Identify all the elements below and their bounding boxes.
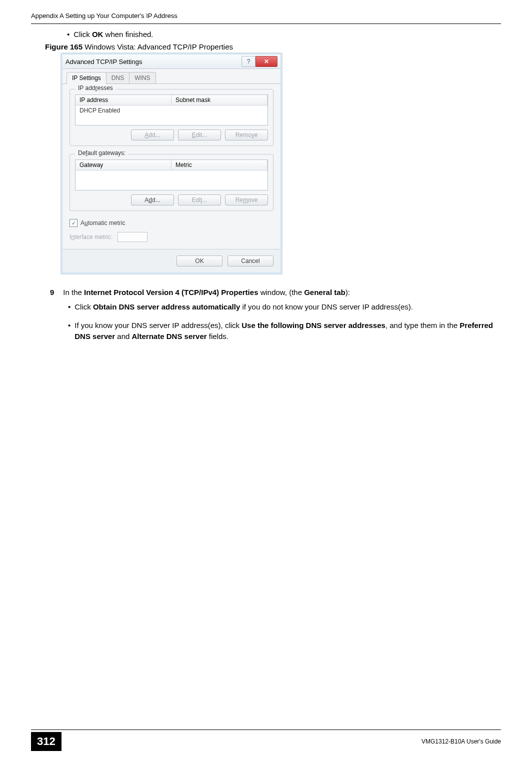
ok-bold: OK: [92, 30, 104, 38]
add-button[interactable]: Add...: [131, 130, 174, 140]
bullet-text: Click Obtain DNS server address automati…: [74, 302, 413, 313]
automatic-metric-label: Automatic metric: [80, 220, 125, 226]
group-legend: Default gateways:: [75, 150, 128, 156]
list-header: IP address Subnet mask: [76, 95, 268, 106]
col-ip-address: IP address: [76, 95, 172, 105]
footer-row: 312 VMG1312-B10A User's Guide: [31, 732, 501, 751]
interface-metric-row: Interface metric:: [70, 232, 274, 242]
sub-bullets: • Click Obtain DNS server address automa…: [68, 302, 501, 342]
ip-buttons: Add... Edit... Remove: [75, 130, 268, 140]
advanced-tcpip-dialog: Advanced TCP/IP Settings ? ✕ IP Settings…: [61, 53, 282, 274]
text-fragment: In the: [63, 288, 84, 296]
ip-addresses-group: IP addresses IP address Subnet mask DHCP…: [70, 89, 274, 146]
bullet-dot-icon: •: [67, 30, 74, 38]
footer-rule: [31, 730, 501, 730]
gateways-list[interactable]: Gateway Metric: [75, 160, 268, 190]
tab-strip: IP Settings DNS WINS: [62, 69, 280, 84]
text-fragment: window, (the: [258, 288, 304, 296]
edit-button[interactable]: Edit...: [178, 130, 221, 140]
tab-ip-settings[interactable]: IP Settings: [66, 72, 106, 84]
col-metric: Metric: [172, 160, 268, 170]
remove-button[interactable]: Remove: [225, 194, 268, 206]
appendix-title: Appendix A Setting up Your Computer's IP…: [31, 12, 178, 20]
page-header: Appendix A Setting up Your Computer's IP…: [0, 0, 532, 22]
text-fragment: if you do not know your DNS server IP ad…: [240, 302, 413, 311]
list-item: • If you know your DNS server IP address…: [68, 320, 501, 342]
guide-name: VMG1312-B10A User's Guide: [422, 738, 501, 745]
interface-metric-label: Interface metric:: [70, 234, 112, 240]
automatic-metric-row: ✓ Automatic metric: [70, 219, 274, 227]
bullet-dot-icon: •: [68, 320, 74, 342]
dialog-footer: OK Cancel: [62, 249, 280, 272]
header-rule: [31, 24, 501, 24]
cancel-button[interactable]: Cancel: [228, 256, 274, 266]
content-area: • Click OK when finished. Figure 165 Win…: [0, 26, 532, 342]
col-subnet-mask: Subnet mask: [172, 95, 268, 105]
text-fragment: , and type them in the: [386, 321, 460, 330]
tab-dns[interactable]: DNS: [106, 72, 130, 84]
bold-text: Obtain DNS server address automatically: [93, 302, 240, 311]
help-button[interactable]: ?: [242, 56, 256, 67]
gateway-buttons: Add... Edit... Remove: [75, 194, 268, 206]
window-controls: ? ✕: [242, 56, 278, 67]
group-legend: IP addresses: [75, 84, 116, 92]
figure-number: Figure 165: [45, 42, 82, 51]
bullet-dot-icon: •: [68, 302, 74, 313]
add-button[interactable]: Add...: [131, 194, 174, 206]
page-footer: 312 VMG1312-B10A User's Guide: [0, 726, 532, 752]
text-fragment: Click: [74, 30, 92, 38]
tab-body: IP addresses IP address Subnet mask DHCP…: [62, 84, 280, 249]
close-button[interactable]: ✕: [256, 56, 278, 67]
step-text: In the Internet Protocol Version 4 (TCP/…: [63, 288, 350, 296]
figure-caption: Figure 165 Windows Vista: Advanced TCP/I…: [45, 42, 501, 51]
text-fragment: ):: [346, 288, 350, 296]
list-header: Gateway Metric: [76, 160, 268, 170]
list-item: DHCP Enabled: [76, 106, 268, 116]
ip-addresses-list[interactable]: IP address Subnet mask DHCP Enabled: [75, 94, 268, 126]
interface-metric-input[interactable]: [118, 232, 148, 242]
bold-text: Internet Protocol Version 4 (TCP/IPv4) P…: [84, 288, 258, 296]
text-fragment: Click: [74, 302, 93, 311]
default-gateways-group: Default gateways: Gateway Metric Add... …: [70, 154, 274, 211]
text-fragment: If you know your DNS server IP address(e…: [74, 321, 242, 330]
bullet-text: If you know your DNS server IP address(e…: [74, 320, 501, 342]
text-fragment: fields.: [207, 332, 228, 340]
edit-button[interactable]: Edit...: [178, 194, 221, 206]
automatic-metric-checkbox[interactable]: ✓: [70, 219, 78, 227]
step-9: 9 In the Internet Protocol Version 4 (TC…: [50, 288, 501, 296]
step-number: 9: [50, 288, 54, 296]
text-fragment: and: [115, 332, 132, 340]
page-number: 312: [31, 732, 62, 751]
bullet-click-ok: • Click OK when finished.: [67, 30, 501, 38]
dialog-title: Advanced TCP/IP Settings: [66, 58, 142, 66]
figure-title: Windows Vista: Advanced TCP/IP Propertie…: [82, 42, 233, 51]
dialog-titlebar: Advanced TCP/IP Settings ? ✕: [62, 54, 280, 69]
text-fragment: when finished.: [103, 30, 153, 38]
remove-button[interactable]: Remove: [225, 130, 268, 140]
bold-text: Alternate DNS server: [132, 332, 207, 340]
list-item: • Click Obtain DNS server address automa…: [68, 302, 501, 313]
ok-button[interactable]: OK: [176, 256, 222, 266]
bold-text: Use the following DNS server addresses: [242, 321, 386, 330]
col-gateway: Gateway: [76, 160, 172, 170]
bullet-text: Click OK when finished.: [74, 30, 153, 38]
tab-wins[interactable]: WINS: [129, 72, 156, 84]
bold-text: General tab: [304, 288, 346, 296]
